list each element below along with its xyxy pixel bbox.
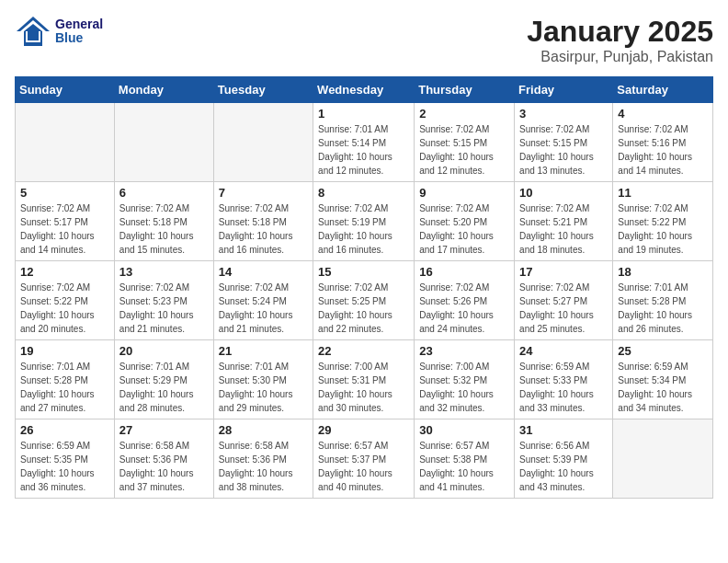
day-info: Sunrise: 7:01 AMSunset: 5:28 PMDaylight:…: [618, 281, 708, 336]
day-number: 18: [618, 265, 708, 279]
day-number: 31: [519, 423, 608, 437]
day-number: 17: [519, 265, 608, 279]
calendar-header-saturday: Saturday: [613, 77, 713, 103]
calendar-cell: 28Sunrise: 6:58 AMSunset: 5:36 PMDayligh…: [213, 419, 313, 499]
calendar-cell: 9Sunrise: 7:02 AMSunset: 5:20 PMDaylight…: [415, 182, 515, 261]
day-number: 13: [119, 265, 209, 279]
calendar-table: SundayMondayTuesdayWednesdayThursdayFrid…: [15, 76, 713, 499]
day-info: Sunrise: 6:59 AMSunset: 5:34 PMDaylight:…: [618, 360, 708, 415]
day-info: Sunrise: 7:01 AMSunset: 5:14 PMDaylight:…: [318, 122, 409, 178]
calendar-cell: 8Sunrise: 7:02 AMSunset: 5:19 PMDaylight…: [313, 182, 415, 261]
page-title: January 2025: [527, 15, 713, 49]
logo: General Blue: [15, 15, 103, 48]
day-info: Sunrise: 6:59 AMSunset: 5:33 PMDaylight:…: [519, 360, 608, 415]
calendar-header-wednesday: Wednesday: [313, 77, 415, 103]
calendar-cell: 21Sunrise: 7:01 AMSunset: 5:30 PMDayligh…: [213, 340, 313, 419]
day-number: 30: [419, 423, 509, 437]
day-info: Sunrise: 7:02 AMSunset: 5:20 PMDaylight:…: [419, 201, 509, 257]
calendar-cell: [16, 103, 115, 182]
calendar-week-row: 5Sunrise: 7:02 AMSunset: 5:17 PMDaylight…: [16, 182, 713, 261]
calendar-cell: 23Sunrise: 7:00 AMSunset: 5:32 PMDayligh…: [415, 340, 515, 419]
day-number: 24: [519, 344, 608, 358]
calendar-cell: 1Sunrise: 7:01 AMSunset: 5:14 PMDaylight…: [313, 103, 415, 182]
day-number: 1: [318, 107, 409, 121]
page-subtitle: Basirpur, Punjab, Pakistan: [527, 49, 713, 65]
day-number: 28: [219, 423, 308, 437]
calendar-cell: 6Sunrise: 7:02 AMSunset: 5:18 PMDaylight…: [114, 182, 213, 261]
day-info: Sunrise: 7:00 AMSunset: 5:32 PMDaylight:…: [419, 360, 509, 415]
calendar-cell: 20Sunrise: 7:01 AMSunset: 5:29 PMDayligh…: [114, 340, 213, 419]
calendar-cell: 30Sunrise: 6:57 AMSunset: 5:38 PMDayligh…: [415, 419, 515, 499]
page-header: General Blue January 2025 Basirpur, Punj…: [15, 15, 713, 65]
calendar-header-tuesday: Tuesday: [213, 77, 313, 103]
day-info: Sunrise: 7:02 AMSunset: 5:18 PMDaylight:…: [119, 201, 209, 257]
day-info: Sunrise: 7:01 AMSunset: 5:29 PMDaylight:…: [119, 360, 209, 415]
day-info: Sunrise: 7:02 AMSunset: 5:19 PMDaylight:…: [318, 201, 409, 257]
day-info: Sunrise: 6:57 AMSunset: 5:37 PMDaylight:…: [318, 439, 409, 494]
day-number: 4: [618, 107, 708, 121]
calendar-cell: 29Sunrise: 6:57 AMSunset: 5:37 PMDayligh…: [313, 419, 415, 499]
logo-icon: [15, 15, 51, 48]
day-info: Sunrise: 7:02 AMSunset: 5:17 PMDaylight:…: [20, 201, 109, 257]
day-number: 10: [519, 186, 608, 200]
day-info: Sunrise: 7:02 AMSunset: 5:22 PMDaylight:…: [20, 281, 109, 336]
day-info: Sunrise: 7:01 AMSunset: 5:30 PMDaylight:…: [219, 360, 308, 415]
day-info: Sunrise: 7:02 AMSunset: 5:23 PMDaylight:…: [119, 281, 209, 336]
calendar-header-monday: Monday: [114, 77, 213, 103]
calendar-cell: 7Sunrise: 7:02 AMSunset: 5:18 PMDaylight…: [213, 182, 313, 261]
calendar-cell: 12Sunrise: 7:02 AMSunset: 5:22 PMDayligh…: [16, 261, 115, 340]
day-info: Sunrise: 6:58 AMSunset: 5:36 PMDaylight:…: [219, 439, 308, 494]
logo-line2: Blue: [55, 31, 103, 45]
calendar-header-row: SundayMondayTuesdayWednesdayThursdayFrid…: [16, 77, 713, 103]
calendar-header-sunday: Sunday: [16, 77, 115, 103]
day-number: 23: [419, 344, 509, 358]
day-info: Sunrise: 7:02 AMSunset: 5:24 PMDaylight:…: [219, 281, 308, 336]
calendar-cell: 27Sunrise: 6:58 AMSunset: 5:36 PMDayligh…: [114, 419, 213, 499]
calendar-cell: 25Sunrise: 6:59 AMSunset: 5:34 PMDayligh…: [613, 340, 713, 419]
day-number: 3: [519, 107, 608, 121]
calendar-week-row: 19Sunrise: 7:01 AMSunset: 5:28 PMDayligh…: [16, 340, 713, 419]
calendar-cell: 17Sunrise: 7:02 AMSunset: 5:27 PMDayligh…: [515, 261, 613, 340]
logo-line1: General: [55, 17, 103, 31]
calendar-cell: 15Sunrise: 7:02 AMSunset: 5:25 PMDayligh…: [313, 261, 415, 340]
day-number: 9: [419, 186, 509, 200]
calendar-cell: 4Sunrise: 7:02 AMSunset: 5:16 PMDaylight…: [613, 103, 713, 182]
day-info: Sunrise: 7:02 AMSunset: 5:22 PMDaylight:…: [618, 201, 708, 257]
day-number: 6: [119, 186, 209, 200]
day-number: 7: [219, 186, 308, 200]
calendar-cell: 22Sunrise: 7:00 AMSunset: 5:31 PMDayligh…: [313, 340, 415, 419]
day-info: Sunrise: 6:56 AMSunset: 5:39 PMDaylight:…: [519, 439, 608, 494]
day-number: 8: [318, 186, 409, 200]
day-number: 11: [618, 186, 708, 200]
day-number: 25: [618, 344, 708, 358]
day-number: 26: [20, 423, 109, 437]
calendar-cell: 3Sunrise: 7:02 AMSunset: 5:15 PMDaylight…: [515, 103, 613, 182]
day-info: Sunrise: 7:02 AMSunset: 5:16 PMDaylight:…: [618, 122, 708, 178]
calendar-week-row: 1Sunrise: 7:01 AMSunset: 5:14 PMDaylight…: [16, 103, 713, 182]
day-number: 20: [119, 344, 209, 358]
day-number: 29: [318, 423, 409, 437]
day-info: Sunrise: 7:00 AMSunset: 5:31 PMDaylight:…: [318, 360, 409, 415]
day-info: Sunrise: 6:59 AMSunset: 5:35 PMDaylight:…: [20, 439, 109, 494]
calendar-week-row: 12Sunrise: 7:02 AMSunset: 5:22 PMDayligh…: [16, 261, 713, 340]
calendar-cell: 19Sunrise: 7:01 AMSunset: 5:28 PMDayligh…: [16, 340, 115, 419]
calendar-cell: 5Sunrise: 7:02 AMSunset: 5:17 PMDaylight…: [16, 182, 115, 261]
day-info: Sunrise: 7:02 AMSunset: 5:15 PMDaylight:…: [519, 122, 608, 178]
calendar-cell: 24Sunrise: 6:59 AMSunset: 5:33 PMDayligh…: [515, 340, 613, 419]
calendar-cell: 16Sunrise: 7:02 AMSunset: 5:26 PMDayligh…: [415, 261, 515, 340]
calendar-cell: [613, 419, 713, 499]
calendar-cell: 13Sunrise: 7:02 AMSunset: 5:23 PMDayligh…: [114, 261, 213, 340]
calendar-week-row: 26Sunrise: 6:59 AMSunset: 5:35 PMDayligh…: [16, 419, 713, 499]
calendar-cell: [213, 103, 313, 182]
calendar-cell: 11Sunrise: 7:02 AMSunset: 5:22 PMDayligh…: [613, 182, 713, 261]
title-block: January 2025 Basirpur, Punjab, Pakistan: [527, 15, 713, 65]
calendar-cell: 18Sunrise: 7:01 AMSunset: 5:28 PMDayligh…: [613, 261, 713, 340]
day-number: 5: [20, 186, 109, 200]
day-info: Sunrise: 7:02 AMSunset: 5:27 PMDaylight:…: [519, 281, 608, 336]
day-number: 22: [318, 344, 409, 358]
calendar-cell: 2Sunrise: 7:02 AMSunset: 5:15 PMDaylight…: [415, 103, 515, 182]
calendar-cell: 14Sunrise: 7:02 AMSunset: 5:24 PMDayligh…: [213, 261, 313, 340]
day-number: 12: [20, 265, 109, 279]
day-info: Sunrise: 7:02 AMSunset: 5:15 PMDaylight:…: [419, 122, 509, 178]
day-info: Sunrise: 7:02 AMSunset: 5:21 PMDaylight:…: [519, 201, 608, 257]
